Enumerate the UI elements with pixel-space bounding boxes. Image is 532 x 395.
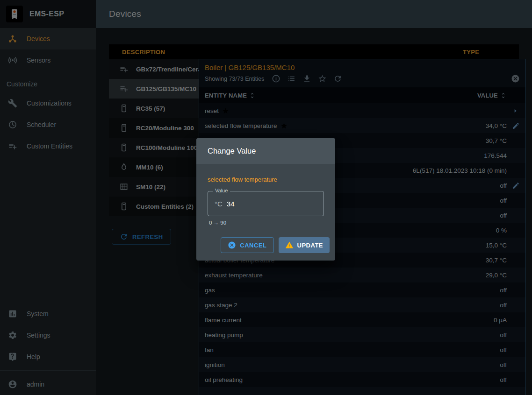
cancel-icon	[228, 241, 236, 249]
unit-label: °C	[215, 200, 223, 208]
update-button[interactable]: UPDATE	[279, 237, 330, 253]
warning-icon	[285, 241, 294, 249]
range-hint: 0 → 90	[208, 220, 324, 226]
value-input[interactable]	[227, 200, 317, 208]
dialog-actions: CANCEL UPDATE	[196, 226, 335, 261]
change-value-dialog: Change Value selected flow temperature V…	[196, 138, 335, 261]
value-field: Value °C	[208, 191, 324, 216]
value-field-label: Value	[213, 188, 230, 193]
dialog-title: Change Value	[196, 138, 335, 164]
dialog-entity-label: selected flow temperature	[208, 176, 324, 183]
cancel-button[interactable]: CANCEL	[221, 237, 273, 253]
